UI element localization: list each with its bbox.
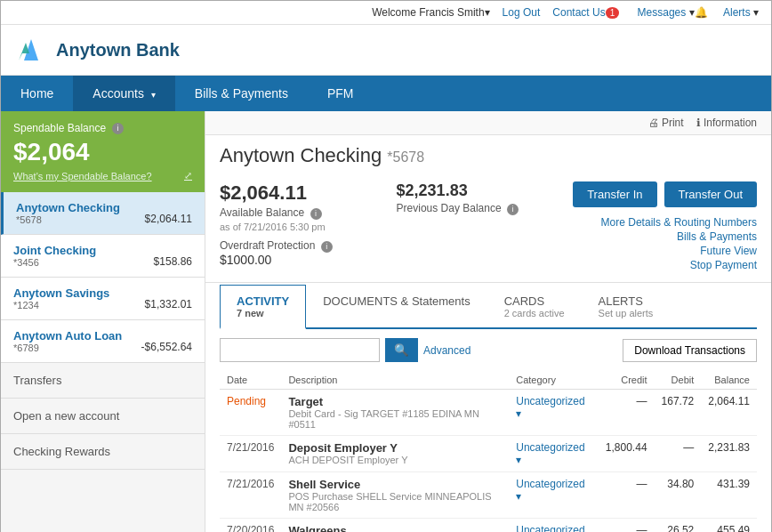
main-content: 🖨 Print ℹ Information Anytown Checking *… — [205, 111, 771, 532]
col-balance: Balance — [701, 371, 757, 390]
transaction-table: Date Description Category Credit Debit B… — [220, 371, 757, 532]
tx-debit-0: 167.72 — [655, 390, 702, 436]
account-item-auto-loan[interactable]: Anytown Auto Loan *6789 -$6,552.64 — [1, 320, 205, 363]
messages-link[interactable]: Messages — [638, 6, 687, 19]
spendable-info-icon[interactable]: i — [112, 123, 124, 134]
overdraft-info-icon[interactable]: i — [321, 241, 333, 253]
nav-accounts[interactable]: Accounts ▾ — [73, 76, 174, 111]
main-title-area: Anytown Checking *5678 — [205, 135, 771, 173]
tx-balance-2: 431.39 — [701, 472, 757, 519]
sidebar-open-account[interactable]: Open a new account — [1, 399, 205, 434]
account-title: Anytown Checking *5678 — [220, 144, 757, 167]
table-row: 7/20/2016 Walgreens Uncategorized ▾ — 26… — [220, 519, 757, 533]
account-balance-3: -$6,552.64 — [141, 341, 192, 353]
tx-balance-0: 2,064.11 — [701, 390, 757, 436]
content-area: Spendable Balance i $2,064 What's my Spe… — [1, 111, 771, 532]
tx-credit-0: — — [599, 390, 655, 436]
balance-date: as of 7/21/2016 5:30 pm — [220, 222, 379, 232]
sidebar-checking-rewards[interactable]: Checking Rewards — [1, 434, 205, 470]
advanced-link[interactable]: Advanced — [423, 344, 470, 357]
account-name-1: Joint Checking — [13, 244, 96, 257]
available-balance-amount: $2,064.11 — [220, 181, 379, 205]
more-details-link[interactable]: More Details & Routing Numbers — [601, 216, 757, 229]
nav-bar: Home Accounts ▾ Bills & Payments PFM — [1, 76, 771, 111]
tx-date-1: 7/21/2016 — [220, 436, 281, 472]
col-debit: Debit — [655, 371, 702, 390]
accounts-caret: ▾ — [151, 90, 156, 100]
action-links: More Details & Routing Numbers Bills & P… — [601, 216, 757, 273]
contact-link[interactable]: Contact Us — [552, 6, 605, 19]
available-balance-label: Available Balance i — [220, 206, 379, 220]
spendable-amount: $2,064 — [13, 138, 192, 166]
nav-home[interactable]: Home — [1, 76, 73, 111]
tab-activity[interactable]: ACTIVITY 7 new — [220, 285, 306, 329]
sidebar-transfers[interactable]: Transfers — [1, 363, 205, 399]
account-name-0: Anytown Checking — [16, 201, 120, 214]
stop-payment-link[interactable]: Stop Payment — [601, 259, 757, 271]
account-balance-1: $158.86 — [154, 255, 192, 268]
prev-info-icon[interactable]: i — [507, 204, 519, 215]
bills-payments-link[interactable]: Bills & Payments — [601, 230, 757, 243]
tx-desc-2: Shell Service POS Purchase SHELL Service… — [281, 472, 509, 519]
tx-category-3[interactable]: Uncategorized ▾ — [509, 519, 599, 533]
tx-category-1[interactable]: Uncategorized ▾ — [509, 436, 599, 472]
account-number-2: *1234 — [13, 300, 109, 310]
tx-category-0[interactable]: Uncategorized ▾ — [509, 390, 599, 436]
expand-icon: ⤢ — [184, 170, 192, 181]
search-row: 🔍 Advanced Download Transactions — [220, 338, 757, 362]
col-description: Description — [281, 371, 509, 390]
tx-debit-2: 34.80 — [655, 472, 702, 519]
alerts-link[interactable]: Alerts — [723, 6, 751, 19]
download-button[interactable]: Download Transactions — [623, 339, 757, 362]
logo-bar: Anytown Bank — [1, 25, 771, 76]
available-info-icon[interactable]: i — [310, 208, 322, 220]
account-name-2: Anytown Savings — [13, 286, 109, 300]
alerts-link-area: 🔔 Alerts ▾ — [695, 6, 759, 19]
transfer-in-button[interactable]: Transfer In — [573, 181, 656, 207]
overdraft-amount: $1000.00 — [220, 253, 379, 267]
tx-credit-2: — — [599, 472, 655, 519]
available-balance-block: $2,064.11 Available Balance i as of 7/21… — [220, 181, 379, 267]
tx-balance-1: 2,231.83 — [701, 436, 757, 472]
tx-desc-1: Deposit Employer Y ACH DEPOSIT Employer … — [281, 436, 509, 472]
col-date: Date — [220, 371, 281, 390]
action-buttons: Transfer In Transfer Out More Details & … — [573, 181, 757, 273]
account-list: Anytown Checking *5678 $2,064.11 Joint C… — [1, 192, 205, 363]
tab-cards[interactable]: CARDS 2 cards active — [487, 285, 582, 329]
tx-debit-1: — — [655, 436, 702, 472]
tx-desc-3: Walgreens — [281, 519, 509, 533]
col-credit: Credit — [599, 371, 655, 390]
tabs: ACTIVITY 7 new DOCUMENTS & Statements CA… — [220, 283, 757, 329]
transaction-area: 🔍 Advanced Download Transactions Date De… — [205, 329, 771, 532]
search-button[interactable]: 🔍 — [385, 338, 418, 362]
tx-credit-1: 1,800.44 — [599, 436, 655, 472]
tab-alerts[interactable]: ALERTS Set up alerts — [582, 285, 671, 329]
tx-debit-3: 26.52 — [655, 519, 702, 533]
transfer-out-button[interactable]: Transfer Out — [664, 181, 757, 207]
welcome-text: Welcome Francis Smith — [372, 6, 484, 19]
nav-bills[interactable]: Bills & Payments — [175, 76, 308, 111]
account-item-joint[interactable]: Joint Checking *3456 $158.86 — [1, 235, 205, 278]
future-view-link[interactable]: Future View — [601, 245, 757, 257]
info-link[interactable]: ℹ Information — [696, 117, 757, 129]
tab-documents[interactable]: DOCUMENTS & Statements — [306, 285, 487, 329]
transfer-buttons: Transfer In Transfer Out — [573, 181, 757, 207]
top-bar: Welcome Francis Smith ▾ Log Out Contact … — [1, 1, 771, 25]
nav-pfm[interactable]: PFM — [308, 76, 374, 111]
logo-icon — [15, 34, 47, 66]
overdraft-section: Overdraft Protection i $1000.00 — [220, 239, 379, 267]
search-input[interactable] — [220, 338, 380, 362]
caret-icon: ▾ — [485, 6, 490, 19]
table-row: Pending Target Debit Card - Sig TARGET #… — [220, 390, 757, 436]
account-balance-2: $1,332.01 — [145, 298, 192, 310]
logout-link[interactable]: Log Out — [503, 6, 541, 19]
tx-category-2[interactable]: Uncategorized ▾ — [509, 472, 599, 519]
spendable-link[interactable]: What's my Spendable Balance? ⤢ — [13, 170, 192, 181]
tx-credit-3: — — [599, 519, 655, 533]
search-left: 🔍 Advanced — [220, 338, 470, 362]
account-item-savings[interactable]: Anytown Savings *1234 $1,332.01 — [1, 278, 205, 320]
message-count-badge: 1 — [606, 7, 620, 19]
account-balance-0: $2,064.11 — [145, 213, 192, 225]
print-link[interactable]: 🖨 Print — [648, 117, 684, 129]
account-item-checking[interactable]: Anytown Checking *5678 $2,064.11 — [1, 192, 205, 235]
